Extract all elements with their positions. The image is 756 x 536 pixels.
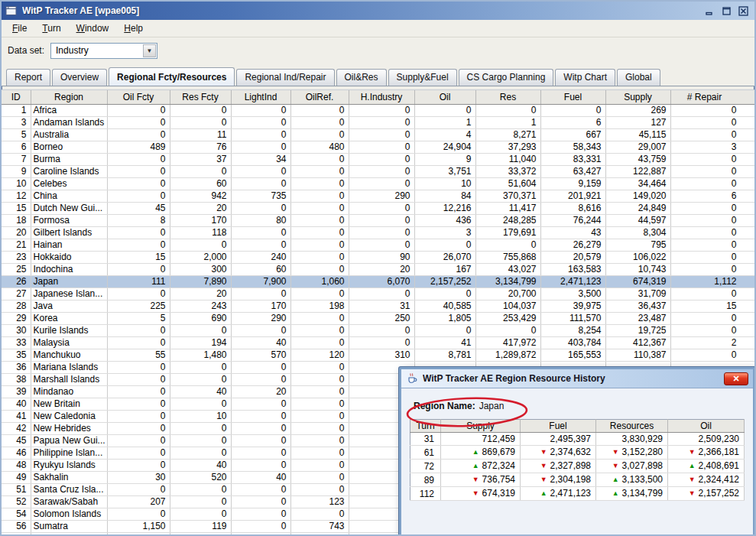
history-cell-fuel: 2,495,397 (521, 433, 596, 446)
region-cell: 106,022 (605, 251, 670, 263)
tab-witp-chart[interactable]: Witp Chart (555, 69, 615, 86)
region-cell: 0 (170, 361, 231, 373)
history-cell-oil: ▼2,366,181 (668, 446, 745, 460)
tab-supply-fuel[interactable]: Supply&Fuel (388, 69, 457, 86)
region-cell: 12,216 (414, 202, 475, 214)
region-row-japan[interactable]: 26Japan1117,8907,9001,0606,0702,157,2523… (2, 275, 754, 287)
close-button[interactable] (736, 5, 751, 17)
region-row-borneo[interactable]: 6Borneo489760480024,90437,29358,34329,00… (2, 141, 754, 153)
tab-global[interactable]: Global (617, 69, 660, 86)
region-cell: 20,700 (475, 287, 540, 300)
region-row-indochina[interactable]: 25Indochina03006002016743,027163,58310,7… (2, 263, 754, 275)
history-cell-value: 2,408,691 (699, 460, 739, 471)
history-column-header-supply[interactable]: Supply (441, 420, 521, 433)
history-row-turn-61[interactable]: 61▲869,679▼2,374,632▼3,152,280▼2,366,181 (410, 446, 745, 460)
region-row-malaysia[interactable]: 33Malaysia0194400041417,972403,784412,36… (2, 336, 754, 349)
region-cell: 37,293 (475, 141, 540, 153)
region-row-dutch-new-gui[interactable]: 15Dutch New Gui...452000012,21611,4178,6… (2, 202, 754, 214)
region-table-header-row: IDRegionOil FctyRes FctyLightIndOilRef.H… (2, 90, 754, 104)
region-cell: 0 (290, 434, 349, 447)
region-cell: 310 (349, 349, 414, 361)
tab-oil-res[interactable]: Oil&Res (336, 69, 387, 86)
region-cell: 0 (231, 508, 290, 520)
region-cell: 3 (414, 226, 475, 239)
region-row-gilbert-islands[interactable]: 20Gilbert Islands01180003179,691438,3040 (2, 226, 754, 239)
dialog-close-button[interactable]: ✕ (724, 372, 748, 385)
menu-help[interactable]: Help (116, 21, 151, 36)
dialog-titlebar[interactable]: WitP Tracker AE Region Resource History … (401, 369, 753, 388)
tab-report[interactable]: Report (6, 69, 50, 86)
history-row-turn-72[interactable]: 72▲872,324▼2,327,898▼3,027,898▲2,408,691 (410, 460, 745, 473)
minimize-button[interactable] (702, 5, 717, 17)
region-row-java[interactable]: 28Java2252431701983140,585104,03739,9753… (2, 300, 754, 312)
region-row-manchukuo[interactable]: 35Manchukuo551,4805701203108,7811,289,87… (2, 349, 754, 361)
region-cell: 0 (290, 385, 349, 398)
region-cell: 0 (107, 190, 170, 202)
column-header-h-industry[interactable]: H.Industry (349, 90, 414, 104)
region-cell: 179,691 (475, 226, 540, 239)
region-cell: 0 (231, 104, 290, 116)
region-cell: 250 (349, 312, 414, 324)
column-header-oil-fcty[interactable]: Oil Fcty (107, 90, 170, 104)
column-header-region[interactable]: Region (31, 90, 107, 104)
region-row-burma[interactable]: 7Burma0373400911,04083,33143,7590 (2, 153, 754, 165)
region-cell: 0 (231, 226, 290, 239)
column-header-id[interactable]: ID (2, 90, 31, 104)
history-cell-value: 2,157,252 (699, 488, 739, 499)
history-row-turn-89[interactable]: 89▼736,754▼2,304,198▲3,133,500▼2,324,412 (410, 473, 745, 487)
region-row-formosa[interactable]: 18Formosa81708000436248,28576,24444,5970 (2, 214, 754, 226)
column-header-res[interactable]: Res (475, 90, 540, 104)
region-cell: 5 (107, 312, 170, 324)
region-cell: 51,604 (475, 177, 540, 190)
region-row-japanese-islan[interactable]: 27Japanese Islan...020000020,7003,50031,… (2, 287, 754, 300)
tab-regional-fcty-resources[interactable]: Regional Fcty/Resources (109, 67, 235, 86)
history-column-header-oil[interactable]: Oil (668, 420, 745, 433)
menu-window[interactable]: Window (69, 21, 117, 36)
column-header-res-fcty[interactable]: Res Fcty (170, 90, 231, 104)
region-cell: 0 (290, 324, 349, 336)
region-row-china[interactable]: 12China0942735029084370,371201,921149,02… (2, 190, 754, 202)
region-cell: New Hebrides (31, 422, 107, 434)
tab-regional-ind-repair[interactable]: Regional Ind/Repair (236, 69, 334, 86)
menu-turn[interactable]: Turn (34, 21, 68, 36)
region-row-celebes[interactable]: 10Celebes0600001051,6049,15934,4640 (2, 177, 754, 190)
history-column-header-turn[interactable]: Turn (410, 420, 441, 433)
dataset-combobox[interactable]: Industry ▼ (50, 43, 157, 59)
history-column-header-fuel[interactable]: Fuel (521, 420, 596, 433)
column-header-lightind[interactable]: LightInd (231, 90, 290, 104)
region-cell: 0 (670, 153, 754, 165)
menu-file[interactable]: File (5, 21, 34, 36)
region-cell: 0 (170, 495, 231, 508)
window-title: WitP Tracker AE [wpae005] (22, 5, 700, 16)
region-row-hainan[interactable]: 21Hainan000000026,2797950 (2, 239, 754, 251)
tab-overview[interactable]: Overview (52, 69, 107, 86)
column-header-oilref[interactable]: OilRef. (290, 90, 349, 104)
region-cell: 24,904 (414, 141, 475, 153)
history-column-header-resources[interactable]: Resources (596, 420, 668, 433)
region-cell: 123 (290, 495, 349, 508)
region-row-andaman-islands[interactable]: 3Andaman Islands000001161270 (2, 116, 754, 128)
region-row-caroline-islands[interactable]: 9Caroline Islands000003,75133,37263,4271… (2, 165, 754, 177)
maximize-button[interactable] (719, 5, 734, 17)
history-row-turn-112[interactable]: 112▼674,319▲2,471,123▲3,134,799▼2,157,25… (410, 487, 745, 501)
tab-cs-cargo-planning[interactable]: CS Cargo Planning (459, 69, 554, 86)
region-cell: 119 (170, 520, 231, 532)
titlebar[interactable]: WitP Tracker AE [wpae005] (2, 2, 754, 20)
region-cell: 10 (170, 410, 231, 422)
region-row-australia[interactable]: 5Australia01100048,27166745,1150 (2, 128, 754, 141)
column-header-repair[interactable]: # Repair (670, 90, 754, 104)
region-cell: 0 (670, 324, 754, 336)
region-row-hokkaido[interactable]: 23Hokkaido152,00024009026,070755,86820,5… (2, 251, 754, 263)
region-cell: 10 (2, 177, 31, 190)
column-header-supply[interactable]: Supply (605, 90, 670, 104)
history-dialog[interactable]: WitP Tracker AE Region Resource History … (399, 367, 755, 536)
region-row-africa[interactable]: 1Africa000000002690 (2, 104, 754, 116)
chevron-down-icon[interactable]: ▼ (143, 44, 156, 57)
region-row-kurile-islands[interactable]: 30Kurile Islands00000008,25419,7250 (2, 324, 754, 336)
region-cell: 26 (2, 275, 31, 287)
region-cell: 56 (2, 520, 31, 532)
region-row-korea[interactable]: 29Korea569029002501,805253,429111,57023,… (2, 312, 754, 324)
column-header-fuel[interactable]: Fuel (540, 90, 605, 104)
column-header-oil[interactable]: Oil (414, 90, 475, 104)
history-row-turn-31[interactable]: 31712,4592,495,3973,830,9292,509,230 (410, 433, 745, 446)
